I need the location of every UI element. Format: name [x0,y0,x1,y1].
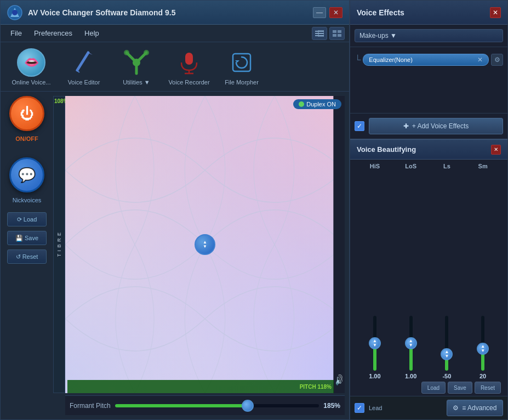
makeups-dropdown[interactable]: Make-ups ▼ [355,29,503,42]
effect-settings-button[interactable]: ⚙ [491,54,503,66]
makeups-label: Make-ups ▼ [359,32,397,39]
svg-rect-3 [315,31,324,32]
effects-list: └ Equalizer(None) ✕ ⚙ [350,47,507,113]
minimize-button[interactable]: — [313,7,326,18]
effect-item: └ Equalizer(None) ✕ ⚙ [355,52,503,68]
voice-recorder-label: Voice Recorder [168,79,209,86]
duplex-label: Duplex ON [306,101,336,107]
voice-effects-close-button[interactable]: ✕ [490,7,501,18]
his-arrows-icon: ▲▼ [373,339,377,348]
los-track: ▲▼ [409,316,413,371]
sm-slider[interactable]: ▲▼ 20 [465,314,501,379]
left-controls: ⏻ ON/OFF 💬 Nickvoices ⟳ Load 💾 Save ↺ Re… [5,96,49,415]
voice-morpher-canvas[interactable]: 🔊 Duplex ON ▲ ▼ [65,96,345,393]
utilities-label: Utilities ▼ [123,79,150,86]
effect-badge[interactable]: Equalizer(None) ✕ [363,54,489,66]
app-title: AV Voice Changer Software Diamond 9.5 [28,8,313,17]
los-handle[interactable]: ▲▼ [405,337,417,349]
effect-name: Equalizer(None) [369,56,412,63]
utilities-button[interactable]: Utilities ▼ [115,48,158,86]
add-effects-label: + Add Voice Effects [412,122,469,130]
ls-handle[interactable]: ▲▼ [441,348,453,360]
menu-bar: File Preferences Help [1,25,349,42]
svg-rect-10 [338,34,341,37]
effect-remove-button[interactable]: ✕ [477,56,483,64]
svg-line-11 [77,53,88,70]
svg-point-17 [144,50,149,55]
utilities-icon [122,48,151,77]
onoff-button[interactable]: ⏻ [9,96,44,131]
formant-track[interactable] [115,404,319,407]
beautifying-enabled-checkbox[interactable]: ✓ [355,403,364,413]
right-panel: Voice Effects ✕ Make-ups ▼ └ Equalizer(N… [350,0,508,420]
beautifying-title-bar: Voice Beautifying ✕ [350,140,507,160]
beautifying-close-button[interactable]: ✕ [491,145,501,155]
file-morpher-button[interactable]: File Morpher [220,48,264,86]
view-toggle-1-button[interactable] [312,27,327,40]
load-button[interactable]: ⟳ Load [7,212,47,226]
svg-rect-20 [185,53,193,65]
file-morpher-label: File Morpher [225,79,259,86]
online-voice-button[interactable]: 👄 Online Voice... [9,48,53,86]
sm-label: Sm [478,163,488,169]
voice-editor-label: Voice Editor [68,79,100,86]
nickvoices-button[interactable]: 💬 [9,157,44,192]
beautifying-footer: ✓ Lead ⚙ ≡ Advanced [350,396,507,419]
handle-arrows-icon: ▲ ▼ [203,240,207,249]
slider-col-sm: Sm [465,163,501,173]
voice-recorder-icon [175,48,203,77]
svg-point-2 [12,10,18,15]
ls-value: -50 [442,373,451,379]
duplex-badge[interactable]: Duplex ON [293,99,341,109]
pitch-label: PITCH 118% [67,380,334,393]
his-slider[interactable]: ▲▼ 1.00 [357,314,393,379]
svg-rect-8 [338,30,341,33]
advanced-button[interactable]: ⚙ ≡ Advanced [447,400,503,416]
slider-col-los: LoS [393,163,429,173]
formant-handle[interactable] [242,400,254,412]
beautifying-reset-button[interactable]: Reset [475,382,501,394]
voice-editor-button[interactable]: Voice Editor [62,48,106,86]
los-value: 1.00 [405,373,416,379]
close-button[interactable]: ✕ [329,7,343,18]
effect-connector-icon: └ [355,55,361,65]
add-effects-row: ✓ ✚ + Add Voice Effects [350,113,507,139]
beautifying-save-button[interactable]: Save [448,382,472,394]
sm-handle[interactable]: ▲▼ [477,343,489,355]
tibre-text: T I B R E [56,232,62,257]
ls-arrows-icon: ▲▼ [444,350,449,359]
menu-help[interactable]: Help [79,27,105,39]
his-label: HiS [370,163,380,169]
left-panel: AV Voice Changer Software Diamond 9.5 — … [0,0,350,420]
duplex-indicator [299,101,304,107]
his-handle[interactable]: ▲▼ [369,337,381,349]
formant-label: Formant Pitch [70,402,111,410]
sliders-header: HiS LoS Ls Sm [350,160,507,173]
advanced-icon: ⚙ [453,404,459,412]
ls-slider[interactable]: ▲▼ -50 [429,314,465,379]
svg-rect-5 [315,35,324,36]
reset-button[interactable]: ↺ Reset [7,249,47,264]
menu-preferences[interactable]: Preferences [28,27,78,39]
voice-canvas-area: 108% T I B R E [53,96,345,415]
add-voice-effects-button[interactable]: ✚ + Add Voice Effects [369,118,503,134]
voice-beautifying-section: Voice Beautifying ✕ HiS LoS Ls Sm [350,139,507,419]
svg-rect-31 [334,96,345,393]
menu-file[interactable]: File [5,27,27,39]
save-button[interactable]: 💾 Save [7,231,47,245]
pitch-percentage: PITCH 118% [300,384,332,390]
voice-morpher-handle[interactable]: ▲ ▼ [195,234,215,255]
sliders-area: ▲▼ 1.00 ▲▼ 1.00 [350,173,507,379]
svg-text:🔊: 🔊 [335,374,343,386]
nickvoices-label: Nickvoices [13,197,42,203]
formant-row: Formant Pitch 185% [65,395,345,415]
voice-recorder-button[interactable]: Voice Recorder [167,48,211,86]
makeups-section: Make-ups ▼ [350,25,507,47]
slider-col-ls: Ls [429,163,465,173]
beautifying-load-button[interactable]: Load [421,382,446,394]
svg-rect-9 [333,34,336,37]
los-slider[interactable]: ▲▼ 1.00 [393,314,429,379]
view-toggle-2-button[interactable] [329,27,345,40]
voice-effects-title-bar: Voice Effects ✕ [350,1,507,25]
effects-enabled-checkbox[interactable]: ✓ [355,121,364,131]
